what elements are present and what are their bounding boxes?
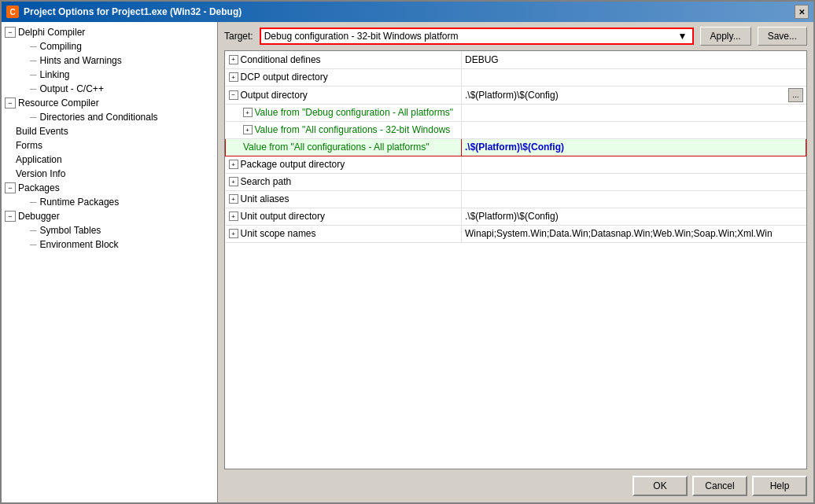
dropdown-arrow-icon: ▼ [677,31,689,42]
expand-unit-aliases[interactable]: + [229,194,238,204]
row-package-output[interactable]: + Package output directory [226,156,806,173]
expand-search-path[interactable]: + [229,177,238,186]
prop-value-unit-aliases [462,190,806,208]
bottom-bar: OK Cancel Help [218,469,813,502]
tree-label-hints-warnings: Hints and Warnings [40,55,122,66]
tree-item-hints-warnings[interactable]: ─ Hints and Warnings [2,53,217,68]
tree-item-environment-block[interactable]: ─ Environment Block [2,237,217,252]
prop-value-conditional-defines: DEBUG [462,51,806,68]
tree-item-packages[interactable]: − Packages [2,181,217,195]
row-output-directory[interactable]: − Output directory .\$(Platform)\$(Confi… [226,86,806,104]
tree-item-dirs-conditionals[interactable]: ─ Directories and Conditionals [2,110,217,124]
ok-button[interactable]: OK [632,476,688,496]
row-value-debug-all[interactable]: + Value from "Debug configuration - All … [226,104,806,121]
main-content: − Delphi Compiler ─ Compiling ─ Hints an… [2,22,813,502]
tree-label-symbol-tables: Symbol Tables [40,225,101,236]
tree-item-build-events[interactable]: Build Events [2,124,217,138]
prop-name-unit-scope-names: + Unit scope names [226,225,462,242]
tree-item-version-info[interactable]: Version Info [2,167,217,181]
window-title: Project Options for Project1.exe (Win32 … [24,6,242,17]
tree-label-application: Application [16,154,62,165]
main-window: C Project Options for Project1.exe (Win3… [0,0,815,504]
target-label: Target: [224,31,253,42]
tree-item-forms[interactable]: Forms [2,138,217,153]
title-bar: C Project Options for Project1.exe (Win3… [2,2,813,22]
prop-value-package-output [462,156,806,173]
row-dcp-output[interactable]: + DCP output directory [226,68,806,86]
prop-name-search-path: + Search path [226,173,462,190]
tree-toggle-delphi[interactable]: − [5,27,16,38]
row-search-path[interactable]: + Search path [226,173,806,190]
tree-toggle-packages[interactable]: − [5,182,16,193]
prop-name-value-all-all: Value from "All configurations - All pla… [226,138,462,156]
tree-label-delphi-compiler: Delphi Compiler [18,27,85,38]
tree-label-runtime-packages: Runtime Packages [40,197,120,208]
prop-value-value-all-all: .\$(Platform)\$(Config) [462,138,806,156]
cancel-button[interactable]: Cancel [692,476,747,496]
close-button[interactable]: ✕ [795,5,809,19]
apply-button[interactable]: Apply... [700,27,751,46]
target-value: Debug configuration - 32-bit Windows pla… [264,31,677,42]
prop-name-conditional-defines: + Conditional defines [226,51,462,68]
prop-name-dcp-output: + DCP output directory [226,68,462,86]
toolbar: Target: Debug configuration - 32-bit Win… [218,22,813,50]
expand-unit-output[interactable]: + [229,212,238,221]
row-unit-aliases[interactable]: + Unit aliases [226,190,806,208]
tree-item-output-cpp[interactable]: ─ Output - C/C++ [2,82,217,96]
right-panel: Target: Debug configuration - 32-bit Win… [218,22,813,502]
row-value-all-32bit[interactable]: + Value from "All configurations - 32-bi… [226,121,806,138]
target-dropdown[interactable]: Debug configuration - 32-bit Windows pla… [260,28,694,45]
tree-label-output-cpp: Output - C/C++ [40,83,104,94]
row-conditional-defines[interactable]: + Conditional defines DEBUG [226,51,806,68]
tree-item-delphi-compiler[interactable]: − Delphi Compiler [2,25,217,39]
tree-item-symbol-tables[interactable]: ─ Symbol Tables [2,223,217,237]
row-unit-scope-names[interactable]: + Unit scope names Winapi;System.Win;Dat… [226,225,806,242]
prop-name-value-debug-all: + Value from "Debug configuration - All … [226,104,462,121]
tree-label-dirs-conditionals: Directories and Conditionals [40,112,158,123]
app-icon: C [6,6,19,18]
tree-item-runtime-packages[interactable]: ─ Runtime Packages [2,195,217,209]
expand-unit-scope-names[interactable]: + [229,229,238,238]
tree-label-environment-block: Environment Block [40,239,119,250]
tree-label-debugger: Debugger [18,211,60,222]
tree-label-compiling: Compiling [40,41,82,52]
prop-name-output-directory: − Output directory [226,86,462,104]
left-tree-panel: − Delphi Compiler ─ Compiling ─ Hints an… [2,22,218,502]
prop-value-output-directory: .\$(Platform)\$(Config) ... [462,86,806,104]
properties-table-container: + Conditional defines DEBUG + [224,50,807,469]
prop-value-value-all-32bit [462,121,806,138]
tree-item-linking[interactable]: ─ Linking [2,68,217,82]
ellipsis-button-output-directory[interactable]: ... [788,88,802,102]
tree-item-debugger[interactable]: − Debugger [2,209,217,223]
save-button[interactable]: Save... [758,27,807,46]
help-button[interactable]: Help [752,476,807,496]
tree-label-resource-compiler: Resource Compiler [18,97,99,109]
tree-item-resource-compiler[interactable]: − Resource Compiler [2,96,217,110]
prop-value-value-debug-all [462,104,806,121]
prop-value-dcp-output [462,68,806,86]
expand-value-debug-all[interactable]: + [243,108,253,117]
expand-dcp-output[interactable]: + [229,72,238,82]
prop-value-unit-scope-names: Winapi;System.Win;Data.Win;Datasnap.Win;… [462,225,806,242]
tree-toggle-debugger[interactable]: − [5,211,16,222]
expand-package-output[interactable]: + [229,160,238,169]
prop-value-search-path [462,173,806,190]
prop-name-package-output: + Package output directory [226,156,462,173]
properties-table: + Conditional defines DEBUG + [225,51,806,243]
tree-label-forms: Forms [16,140,42,151]
tree-item-compiling[interactable]: ─ Compiling [2,39,217,53]
row-unit-output[interactable]: + Unit output directory .\$(Platform)\$(… [226,208,806,225]
prop-value-unit-output: .\$(Platform)\$(Config) [462,208,806,225]
expand-conditional-defines[interactable]: + [229,55,238,64]
expand-output-directory[interactable]: − [229,90,238,100]
tree-label-version-info: Version Info [16,168,65,179]
expand-value-all-32bit[interactable]: + [243,125,253,134]
prop-name-unit-output: + Unit output directory [226,208,462,225]
title-bar-left: C Project Options for Project1.exe (Win3… [6,6,242,18]
tree-label-linking: Linking [40,69,70,80]
tree-label-packages: Packages [18,182,60,193]
row-value-all-all[interactable]: Value from "All configurations - All pla… [226,138,806,156]
tree-item-application[interactable]: Application [2,153,217,167]
prop-name-value-all-32bit: + Value from "All configurations - 32-bi… [226,121,462,138]
tree-toggle-resource[interactable]: − [5,97,16,109]
